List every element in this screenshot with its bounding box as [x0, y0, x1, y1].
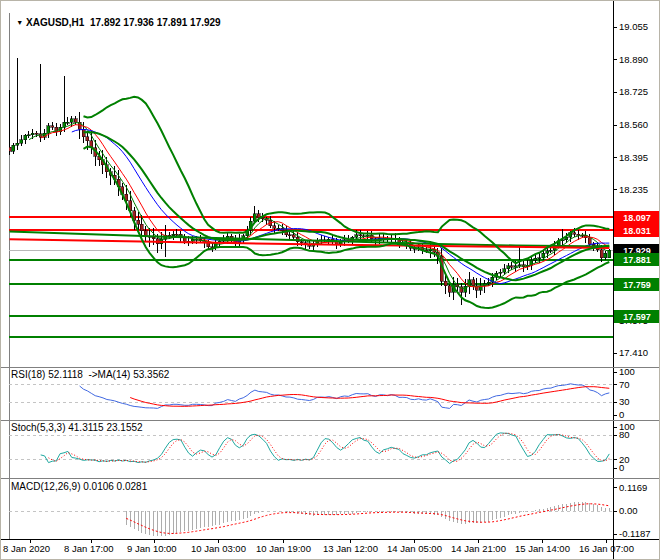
time-axis-label: 10 Jan 03:00 [191, 543, 246, 554]
price-tag-label: 17.881 [623, 255, 651, 265]
rsi-indicator-label: RSI(18) 52.1118 ->MA(14) 53.3562 [11, 369, 169, 381]
indicator-axis-label: 100 [619, 366, 635, 377]
time-axis-label: 8 Jan 2020 [3, 543, 50, 554]
time-axis-label: 16 Jan 07:00 [579, 543, 634, 554]
time-axis-label: 14 Jan 05:00 [387, 543, 442, 554]
price-axis-label: 17.410 [619, 347, 648, 358]
rsi-panel [9, 384, 613, 409]
chart-canvas[interactable]: 19.05518.89018.72518.56018.39518.23518.0… [1, 1, 660, 560]
indicator-axis-label: 0 [619, 409, 624, 420]
indicator-axis-label: -0.1187 [619, 528, 651, 539]
time-axis-label: 8 Jan 17:00 [64, 543, 114, 554]
chart-frame [1, 1, 660, 560]
stoch-indicator-label: Stoch(5,3,3) 41.3115 23.1552 [11, 422, 143, 434]
macd-panel [9, 502, 613, 536]
chart-title-bar: ▼XAGUSD,H1 17.892 17.936 17.891 17.929 [5, 5, 221, 41]
time-axis: 8 Jan 20208 Jan 17:009 Jan 10:0010 Jan 0… [3, 540, 634, 555]
price-tag-label: 17.759 [623, 280, 651, 290]
candlesticks [8, 58, 611, 305]
macd-indicator-label: MACD(12,26,9) 0.0106 0.0281 [11, 481, 147, 493]
ohlc-values: 17.892 17.936 17.891 17.929 [90, 17, 221, 28]
price-tag-label: 18.097 [623, 213, 651, 223]
bollinger-bands [84, 97, 610, 308]
trading-chart-window: 19.05518.89018.72518.56018.39518.23518.0… [0, 0, 660, 560]
price-tag-label: 18.031 [623, 226, 651, 236]
stochastic-panel [9, 433, 613, 464]
indicator-axis-label: 70 [619, 379, 630, 390]
indicator-axis-label: 0.00 [619, 505, 638, 516]
time-axis-label: 13 Jan 12:00 [323, 543, 378, 554]
price-axis-label: 18.560 [619, 119, 648, 130]
price-axis-label: 18.235 [619, 184, 648, 195]
price-tag-label: 17.597 [623, 312, 651, 322]
symbol-dropdown-icon[interactable]: ▼ [16, 19, 23, 26]
indicator-axis-label: 80 [619, 429, 630, 440]
time-axis-label: 10 Jan 19:00 [256, 543, 311, 554]
time-axis-label: 14 Jan 21:00 [451, 543, 506, 554]
symbol-timeframe-label: XAGUSD,H1 [26, 17, 84, 28]
indicator-axis-label: 0.1169 [619, 482, 647, 493]
indicator-axis-label: 0 [619, 462, 624, 473]
price-axis-label: 18.395 [619, 152, 648, 163]
time-axis-label: 9 Jan 10:00 [127, 543, 177, 554]
price-axis-label: 19.055 [619, 21, 648, 32]
price-axis-label: 18.725 [619, 86, 648, 97]
time-axis-label: 15 Jan 14:00 [515, 543, 570, 554]
price-axis-label: 18.890 [619, 54, 648, 65]
macd-histogram [126, 502, 609, 536]
indicator-axis-label: 30 [619, 396, 630, 407]
price-tags: 18.09718.03117.92917.88117.75917.597 [614, 211, 660, 323]
